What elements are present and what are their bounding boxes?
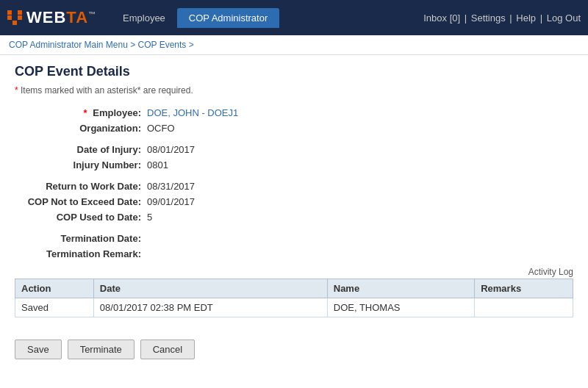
nav-tab-cop-admin[interactable]: COP Administrator	[177, 8, 279, 28]
required-note-text: Items marked with an asterisk* are requi…	[21, 85, 193, 96]
date-of-injury-row: Date of Injury: 08/01/2017	[15, 144, 573, 155]
logo-dot	[7, 10, 12, 15]
logo-grid	[7, 10, 22, 25]
nav-tab-employee[interactable]: Employee	[111, 8, 177, 28]
col-name: Name	[327, 279, 474, 298]
logo-dot	[7, 15, 12, 20]
button-row: Save Terminate Cancel	[15, 332, 573, 367]
termination-remark-row: Termination Remark:	[15, 248, 573, 259]
breadcrumb-sep2: >	[189, 40, 194, 50]
cell-action: Saved	[15, 298, 94, 317]
return-to-work-row: Return to Work Date: 08/31/2017	[15, 181, 573, 192]
cop-not-exceed-label: COP Not to Exceed Date:	[15, 196, 147, 207]
logo-dot	[7, 21, 12, 25]
cop-used-label: COP Used to Date:	[15, 212, 147, 223]
required-note: * Items marked with an asterisk* are req…	[15, 85, 573, 96]
activity-log-section: Activity Log Action Date Name Remarks Sa…	[15, 267, 573, 317]
table-row: Saved 08/01/2017 02:38 PM EDT DOE, THOMA…	[15, 298, 573, 317]
logo-area: WEBTA™	[7, 8, 96, 27]
spacer2	[15, 175, 573, 181]
date-of-injury-value: 08/01/2017	[147, 144, 195, 155]
breadcrumb: COP Administrator Main Menu > COP Events…	[0, 35, 588, 55]
return-to-work-label: Return to Work Date:	[15, 181, 147, 192]
separator: |	[509, 12, 514, 24]
employee-required-star: *	[84, 107, 87, 118]
col-action: Action	[15, 279, 94, 298]
header: WEBTA™ Employee COP Administrator Inbox …	[0, 0, 588, 35]
logout-link[interactable]: Log Out	[547, 12, 581, 24]
breadcrumb-item-main[interactable]: COP Administrator Main Menu	[9, 40, 128, 50]
injury-number-row: Injury Number: 0801	[15, 159, 573, 170]
logo-dot	[12, 15, 17, 20]
organization-row: Organization: OCFO	[15, 123, 573, 134]
cop-used-row: COP Used to Date: 5	[15, 212, 573, 223]
organization-value: OCFO	[147, 123, 175, 134]
col-date: Date	[93, 279, 327, 298]
spacer1	[15, 138, 573, 144]
cancel-button[interactable]: Cancel	[140, 340, 195, 359]
employee-value: DOE, JOHN - DOEJ1	[147, 107, 238, 118]
breadcrumb-sep: >	[130, 40, 137, 50]
activity-log-label: Activity Log	[15, 267, 573, 277]
page-title: COP Event Details	[15, 64, 573, 79]
cop-not-exceed-value: 09/01/2017	[147, 196, 195, 207]
cop-used-value: 5	[147, 212, 152, 223]
col-remarks: Remarks	[475, 279, 573, 298]
settings-link[interactable]: Settings	[471, 12, 506, 24]
logo-dot	[18, 21, 22, 25]
main-content: COP Event Details * Items marked with an…	[0, 55, 588, 376]
cell-remarks	[475, 298, 573, 317]
terminate-button[interactable]: Terminate	[68, 340, 135, 359]
logo-dot	[18, 15, 22, 20]
separator: |	[540, 12, 545, 24]
return-to-work-value: 08/31/2017	[147, 181, 195, 192]
employee-row: * Employee: DOE, JOHN - DOEJ1	[15, 107, 573, 118]
asterisk-note: *	[15, 85, 18, 96]
logo-dot	[12, 21, 17, 25]
logo-dot	[18, 10, 22, 15]
injury-number-label: Injury Number:	[15, 159, 147, 170]
date-of-injury-label: Date of Injury:	[15, 144, 147, 155]
injury-number-value: 0801	[147, 159, 168, 170]
logo-dot	[12, 10, 17, 15]
termination-date-row: Termination Date:	[15, 233, 573, 244]
activity-log-body: Saved 08/01/2017 02:38 PM EDT DOE, THOMA…	[15, 298, 573, 317]
inbox-link[interactable]: Inbox [0]	[423, 12, 460, 24]
header-right: Inbox [0] | Settings | Help | Log Out	[423, 12, 581, 24]
breadcrumb-item-events[interactable]: COP Events	[138, 40, 187, 50]
employee-label: * Employee:	[15, 107, 147, 118]
logo-tm: ™	[88, 10, 96, 18]
activity-log-header: Action Date Name Remarks	[15, 279, 573, 298]
cell-name: DOE, THOMAS	[327, 298, 474, 317]
separator: |	[465, 12, 470, 24]
save-button[interactable]: Save	[15, 340, 62, 359]
form-section: * Employee: DOE, JOHN - DOEJ1 Organizati…	[15, 107, 573, 259]
spacer3	[15, 227, 573, 233]
cop-not-exceed-row: COP Not to Exceed Date: 09/01/2017	[15, 196, 573, 207]
termination-remark-label: Termination Remark:	[15, 248, 147, 259]
logo-text: WEBTA™	[26, 8, 96, 27]
nav-tabs: Employee COP Administrator	[111, 8, 279, 28]
logo-accent: TA	[66, 8, 88, 26]
activity-log-table: Action Date Name Remarks Saved 08/01/201…	[15, 279, 573, 317]
help-link[interactable]: Help	[516, 12, 536, 24]
cell-date: 08/01/2017 02:38 PM EDT	[93, 298, 327, 317]
termination-date-label: Termination Date:	[15, 233, 147, 244]
organization-label: Organization:	[15, 123, 147, 134]
